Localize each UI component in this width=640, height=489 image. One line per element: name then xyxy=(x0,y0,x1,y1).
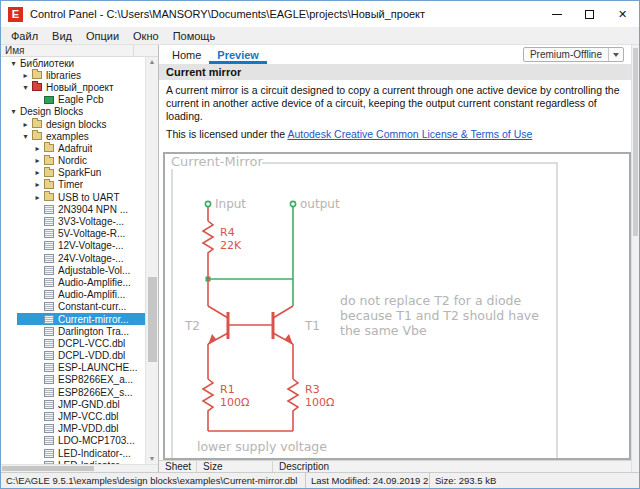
tree-item-usb-to-uart[interactable]: ▸USB to UART xyxy=(1,191,145,203)
tree-item-constant-curr-[interactable]: Constant-curr... xyxy=(1,301,145,313)
tree-collapsed-arrow-icon[interactable]: ▸ xyxy=(31,168,44,177)
column-description[interactable]: Description xyxy=(273,461,631,472)
tree-hscrollbar-thumb[interactable] xyxy=(2,466,94,471)
content-scrollbar-thumb[interactable] xyxy=(633,48,638,236)
folder-red-icon xyxy=(32,83,42,91)
tree-item-jmp-vcc-dbl[interactable]: JMP-VCC.dbl xyxy=(1,410,145,422)
tree-item-label: Библиотеки xyxy=(20,58,74,69)
r3-value: 100Ω xyxy=(305,396,334,409)
tree-item-jmp-vdd-dbl[interactable]: JMP-VDD.dbl xyxy=(1,423,145,435)
tree-collapsed-arrow-icon[interactable]: ▸ xyxy=(31,180,44,189)
tree-collapsed-arrow-icon[interactable]: ▸ xyxy=(31,144,44,153)
close-button[interactable]: ✕ xyxy=(606,1,639,27)
schematic-canvas: Current-Mirror xyxy=(165,154,629,458)
tree-item-esp8266ex-a-[interactable]: ESP8266EX_a... xyxy=(1,374,145,386)
tree-item-led-indicator-[interactable]: LED-Indicator-... xyxy=(1,447,145,459)
tree-item-libraries[interactable]: ▸libraries xyxy=(1,69,145,81)
tree-item-3v3-voltage-[interactable]: 3V3-Voltage-... xyxy=(1,215,145,227)
tree-item-label: Darlington Tra... xyxy=(58,326,129,337)
tree-horizontal-scrollbar[interactable] xyxy=(1,464,158,472)
tree-item-label: USB to UART xyxy=(58,192,120,203)
tree-item-adjustable-vol-[interactable]: Adjustable-Vol... xyxy=(1,264,145,276)
tree-collapsed-arrow-icon[interactable]: ▸ xyxy=(19,120,32,129)
premium-dropdown[interactable] xyxy=(609,48,623,61)
tree-item-audio-amplifie-[interactable]: Audio-Amplifie... xyxy=(1,276,145,288)
preview-table-header: Sheet Size Description xyxy=(159,460,631,472)
minimize-icon xyxy=(552,14,562,15)
tree-item-esp-launche-[interactable]: ESP-LAUNCHE... xyxy=(1,362,145,374)
tree-item-eagle-pcb[interactable]: Eagle Pcb xyxy=(1,94,145,106)
t2-emitter-arrow-icon xyxy=(208,334,216,345)
minimize-button[interactable] xyxy=(540,1,573,27)
tree-collapsed-arrow-icon[interactable]: ▸ xyxy=(31,156,44,165)
tree-item-examples[interactable]: ▾examples xyxy=(1,130,145,142)
tree-scrollbar-thumb[interactable] xyxy=(148,277,157,362)
tree: ▾Библиотеки▸libraries▾Новый_проектEagle … xyxy=(1,57,145,464)
tree-item-12v-voltage-[interactable]: 12V-Voltage-... xyxy=(1,240,145,252)
status-size: Size: 293.5 kB xyxy=(430,473,639,488)
tree-item-design-blocks[interactable]: ▾Design Blocks xyxy=(1,106,145,118)
dbl-icon xyxy=(44,400,54,409)
tree-item-label: Nordic xyxy=(58,155,87,166)
dbl-icon xyxy=(44,205,54,214)
tree-item-darlington-tra-[interactable]: Darlington Tra... xyxy=(1,325,145,337)
dbl-icon xyxy=(44,424,54,433)
tree-item-sparkfun[interactable]: ▸SparkFun xyxy=(1,167,145,179)
tree-item-esp8266ex-s-[interactable]: ESP8266EX_s... xyxy=(1,386,145,398)
tree-item-новый-проект[interactable]: ▾Новый_проект xyxy=(1,81,145,93)
folder-icon xyxy=(44,193,54,201)
menu-опции[interactable]: Опции xyxy=(79,27,126,44)
folder-icon xyxy=(32,71,42,79)
tree-item-nordic[interactable]: ▸Nordic xyxy=(1,155,145,167)
note-line-2: because T1 and T2 should have xyxy=(340,308,539,323)
tree-item-dcpl-vdd-dbl[interactable]: DCPL-VDD.dbl xyxy=(1,350,145,362)
column-size[interactable]: Size xyxy=(197,461,273,472)
output-pin-icon xyxy=(290,201,295,206)
dbl-icon xyxy=(44,241,54,250)
r1-value: 100Ω xyxy=(220,396,249,409)
tree-item-current-mirror-[interactable]: Current-mirror... xyxy=(1,313,145,325)
tree-item-label: JMP-VDD.dbl xyxy=(58,423,119,434)
tree-item-ldo-mcp1703-[interactable]: LDO-MCP1703... xyxy=(1,435,145,447)
license-prefix: This is licensed under the xyxy=(166,128,287,140)
tree-item-adafruit[interactable]: ▸Adafruit xyxy=(1,142,145,154)
status-path: C:\EAGLE 9.5.1\examples\design blocks\ex… xyxy=(1,473,306,488)
tree-expanded-arrow-icon[interactable]: ▾ xyxy=(7,59,20,68)
eagle-logo-icon: E xyxy=(8,7,23,22)
tree-item-24v-voltage-[interactable]: 24V-Voltage-... xyxy=(1,252,145,264)
license-link[interactable]: Autodesk Creative Common License & Terms… xyxy=(287,128,532,140)
tree-expanded-arrow-icon[interactable]: ▾ xyxy=(19,83,32,92)
content-vertical-scrollbar[interactable] xyxy=(631,45,639,472)
tree-expanded-arrow-icon[interactable]: ▾ xyxy=(7,107,20,116)
column-sheet[interactable]: Sheet xyxy=(159,461,197,472)
scroll-down-arrow-icon[interactable]: ▼ xyxy=(146,454,158,464)
tree-item-библиотеки[interactable]: ▾Библиотеки xyxy=(1,57,145,69)
tree-item-2n3904-npn-[interactable]: 2N3904 NPN ... xyxy=(1,203,145,215)
tree-vertical-scrollbar[interactable]: ▲ ▼ xyxy=(145,57,158,464)
scroll-up-arrow-icon[interactable]: ▲ xyxy=(146,57,158,67)
tree-expanded-arrow-icon[interactable]: ▾ xyxy=(19,132,32,141)
tab-home[interactable]: Home xyxy=(164,47,209,64)
menu-окно[interactable]: Окно xyxy=(126,27,166,44)
premium-offline-label: Premium-Offline xyxy=(524,49,608,60)
tab-preview[interactable]: Preview xyxy=(209,47,267,64)
tree-item-timer[interactable]: ▸Timer xyxy=(1,179,145,191)
tree-column-header[interactable]: Имя xyxy=(1,45,158,57)
tree-item-5v-voltage-r-[interactable]: 5V-Voltage-R... xyxy=(1,228,145,240)
tree-collapsed-arrow-icon[interactable]: ▸ xyxy=(19,71,32,80)
premium-offline-button[interactable]: Premium-Offline xyxy=(523,47,624,62)
tree-item-audio-amplifi-[interactable]: Audio-Amplifi... xyxy=(1,289,145,301)
tree-item-design-blocks[interactable]: ▸design blocks xyxy=(1,118,145,130)
menu-помощь[interactable]: Помощь xyxy=(166,27,223,44)
tree-item-dcpl-vcc-dbl[interactable]: DCPL-VCC.dbl xyxy=(1,337,145,349)
r3-name: R3 xyxy=(305,383,320,396)
tree-item-jmp-gnd-dbl[interactable]: JMP-GND.dbl xyxy=(1,398,145,410)
tree-item-label: libraries xyxy=(46,70,81,81)
dbl-icon xyxy=(44,388,54,397)
tree-collapsed-arrow-icon[interactable]: ▸ xyxy=(31,193,44,202)
menu-вид[interactable]: Вид xyxy=(45,27,79,44)
r4-name: R4 xyxy=(220,226,235,239)
t1-emitter-arrow-icon xyxy=(285,334,293,345)
maximize-button[interactable] xyxy=(573,1,606,27)
menu-файл[interactable]: Файл xyxy=(4,27,45,44)
